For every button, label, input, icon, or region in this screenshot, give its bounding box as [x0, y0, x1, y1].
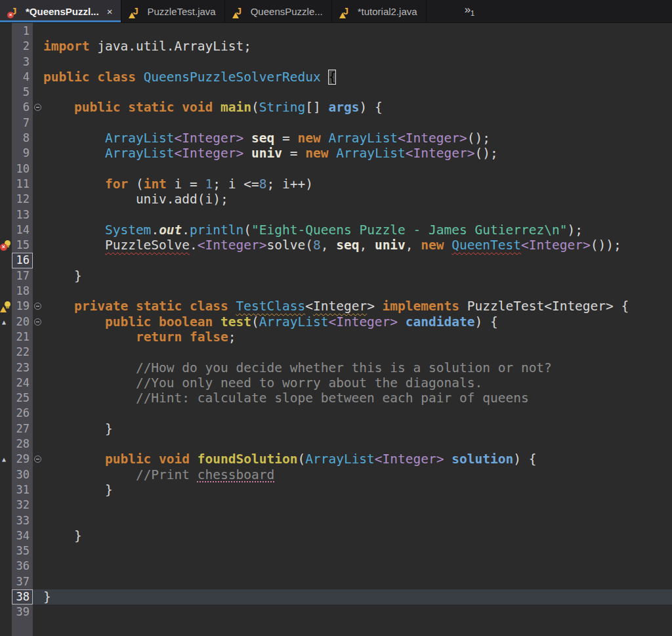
- code-token: PuzzleTest: [467, 299, 544, 314]
- line-number[interactable]: 24: [12, 375, 33, 391]
- tab-queenspuzzlesolverredux-java[interactable]: J × *QueensPuzzl... ×: [0, 0, 121, 22]
- line-number[interactable]: 15: [12, 238, 33, 253]
- annotation-margin: [0, 116, 12, 131]
- code-line[interactable]: [43, 513, 672, 528]
- tab-overflow-chevron[interactable]: » 1: [465, 0, 475, 22]
- line-number[interactable]: 18: [12, 284, 33, 299]
- fold-margin: [33, 177, 43, 192]
- line-number[interactable]: 27: [12, 421, 33, 436]
- code-line[interactable]: [43, 406, 672, 421]
- warning-icon[interactable]: [0, 299, 12, 314]
- code-line[interactable]: ArrayList<Integer> seq = new ArrayList<I…: [43, 131, 672, 146]
- line-number[interactable]: 38: [12, 589, 33, 604]
- line-number[interactable]: 19: [12, 299, 33, 314]
- fold-toggle[interactable]: [33, 314, 43, 329]
- line-number[interactable]: 13: [12, 207, 33, 223]
- tab-tutorial2-java[interactable]: J *tutorial2.java: [332, 0, 427, 22]
- line-number[interactable]: 32: [12, 498, 33, 513]
- fold-toggle[interactable]: [33, 299, 43, 314]
- code-line[interactable]: for (int i = 1; i <=8; i++): [43, 177, 672, 192]
- code-line[interactable]: [43, 207, 672, 223]
- line-number[interactable]: 14: [12, 223, 33, 238]
- code-line[interactable]: [43, 253, 672, 268]
- line-number[interactable]: 8: [12, 131, 33, 146]
- line-number[interactable]: 4: [12, 70, 33, 85]
- code-line[interactable]: [43, 543, 672, 559]
- code-token: ArrayList: [105, 131, 175, 146]
- line-number[interactable]: 30: [12, 467, 33, 482]
- line-number[interactable]: 21: [12, 329, 33, 345]
- line-number[interactable]: 12: [12, 192, 33, 207]
- tab-queenspuzzle-java[interactable]: J QueensPuzzle...: [225, 0, 332, 22]
- line-number[interactable]: 10: [12, 161, 33, 177]
- code-line[interactable]: [43, 161, 672, 177]
- line-number[interactable]: 1: [12, 24, 33, 39]
- code-line[interactable]: [43, 498, 672, 513]
- code-line[interactable]: [43, 85, 672, 100]
- code-line[interactable]: //How do you decide whether this is a so…: [43, 360, 672, 375]
- line-number[interactable]: 2: [12, 39, 33, 54]
- line-number[interactable]: 6: [12, 100, 33, 115]
- line-number[interactable]: 16: [12, 253, 33, 268]
- code-line[interactable]: System.out.println("Eight-Queens Puzzle …: [43, 223, 672, 238]
- code-line[interactable]: return false;: [43, 329, 672, 345]
- code-token: PuzzleSolve: [105, 238, 190, 253]
- code-line[interactable]: public class QueensPuzzleSolverRedux {: [43, 70, 672, 85]
- code-line[interactable]: }: [43, 482, 672, 498]
- code-line[interactable]: [43, 574, 672, 589]
- code-line[interactable]: public static void main(String[] args) {: [43, 100, 672, 115]
- line-number[interactable]: 7: [12, 116, 33, 131]
- implement-marker-icon[interactable]: ▲: [0, 452, 12, 467]
- line-number[interactable]: 35: [12, 543, 33, 559]
- overflow-count: 1: [471, 9, 474, 17]
- code-line[interactable]: }: [43, 268, 672, 284]
- annotation-margin: [0, 513, 12, 528]
- code-line[interactable]: }: [43, 421, 672, 436]
- line-number[interactable]: 22: [12, 345, 33, 360]
- code-line[interactable]: [43, 284, 672, 299]
- line-number[interactable]: 5: [12, 85, 33, 100]
- line-number[interactable]: 20: [12, 314, 33, 329]
- code-line[interactable]: PuzzleSolve.<Integer>solve(8, seq, univ,…: [43, 238, 672, 253]
- code-line[interactable]: private static class TestClass<Integer> …: [43, 299, 672, 314]
- line-number[interactable]: 28: [12, 436, 33, 452]
- line-number[interactable]: 34: [12, 528, 33, 543]
- code-line[interactable]: //You only need to worry about the diago…: [43, 375, 672, 391]
- code-line[interactable]: }: [43, 528, 672, 543]
- code-line[interactable]: ArrayList<Integer> univ = new ArrayList<…: [43, 146, 672, 161]
- code-line[interactable]: [43, 559, 672, 574]
- code-line[interactable]: [43, 54, 672, 70]
- code-line[interactable]: }: [43, 589, 672, 604]
- code-line[interactable]: public boolean test(ArrayList<Integer> c…: [43, 314, 672, 329]
- code-line[interactable]: //Hint: calculate slope between each pai…: [43, 391, 672, 406]
- line-number[interactable]: 29: [12, 452, 33, 467]
- implement-marker-icon[interactable]: ▲: [0, 314, 12, 329]
- line-number[interactable]: 36: [12, 559, 33, 574]
- fold-toggle[interactable]: [33, 100, 43, 115]
- line-number[interactable]: 26: [12, 406, 33, 421]
- code-line[interactable]: public void foundSolution(ArrayList<Inte…: [43, 452, 672, 467]
- tab-puzzletest-java[interactable]: J PuzzleTest.java: [121, 0, 224, 22]
- line-number[interactable]: 25: [12, 391, 33, 406]
- code-line[interactable]: //Print chessboard: [43, 467, 672, 482]
- line-number[interactable]: 33: [12, 513, 33, 528]
- code-line[interactable]: [43, 24, 672, 39]
- code-line[interactable]: [43, 116, 672, 131]
- line-number[interactable]: 31: [12, 482, 33, 498]
- line-number[interactable]: 37: [12, 574, 33, 589]
- line-number[interactable]: 17: [12, 268, 33, 284]
- line-number[interactable]: 23: [12, 360, 33, 375]
- line-number[interactable]: 11: [12, 177, 33, 192]
- error-icon[interactable]: ×: [0, 238, 12, 253]
- line-number[interactable]: 9: [12, 146, 33, 161]
- code-line[interactable]: univ.add(i);: [43, 192, 672, 207]
- code-token: System: [105, 223, 151, 238]
- code-line[interactable]: import java.util.ArrayList;: [43, 39, 672, 54]
- code-line[interactable]: [43, 604, 672, 620]
- line-number[interactable]: 39: [12, 604, 33, 620]
- code-line[interactable]: [43, 345, 672, 360]
- fold-toggle[interactable]: [33, 452, 43, 467]
- code-line[interactable]: [43, 436, 672, 452]
- close-icon[interactable]: ×: [107, 6, 113, 17]
- line-number[interactable]: 3: [12, 54, 33, 70]
